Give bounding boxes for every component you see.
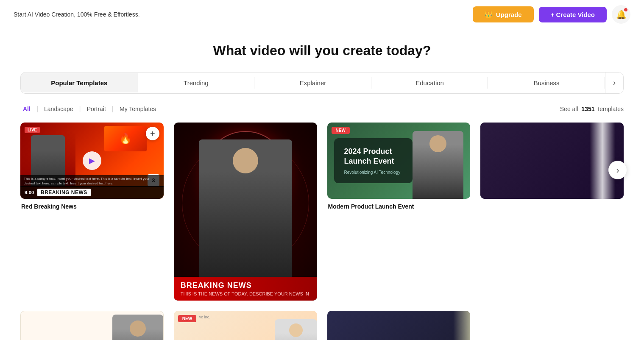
filter-my-templates[interactable]: My Templates: [117, 104, 159, 114]
card1-play-button[interactable]: ▶: [83, 151, 101, 170]
card3-new-badge: NEW: [332, 127, 350, 134]
card1-add-button[interactable]: +: [146, 127, 159, 140]
fire-icon: 🔥: [119, 133, 132, 145]
card-cultural-person-head: [130, 320, 146, 337]
page-title: What video will you create today?: [20, 43, 624, 59]
card-product-launch[interactable]: NEW 2024 Product Launch Event Revolution…: [327, 123, 471, 210]
card-brand-thumb: NEW vo inc. OurBrandStory: [174, 311, 317, 340]
card3-person-body: [413, 131, 463, 199]
filter-sep-3: |: [112, 105, 114, 113]
tabs-row: Popular Templates Trending Explainer Edu…: [20, 72, 624, 94]
card-brand-logo: vo inc.: [199, 315, 210, 319]
card-news-anchor[interactable]: BREAKING NEWS THIS IS THE NEWS OF TODAY.…: [174, 123, 317, 301]
notification-bell-button[interactable]: 🔔: [612, 5, 630, 24]
card3-person-head: [429, 135, 446, 152]
header-tagline: Start AI Video Creation, 100% Free & Eff…: [14, 11, 140, 18]
card3-thumb: NEW 2024 Product Launch Event Revolution…: [327, 123, 471, 199]
card-brand-person-body: [275, 319, 317, 340]
card-brand-new-badge: NEW: [178, 315, 196, 322]
card-cultural-person-body: [112, 315, 163, 340]
card-cultural-text-area: Cultural Sensitivity in Customer Service…: [21, 336, 99, 340]
filter-portrait[interactable]: Portrait: [84, 104, 109, 114]
header-actions: 👑 Upgrade + Create Video 🔔: [473, 5, 630, 24]
card2-subtitle: THIS IS THE NEWS OF TODAY. DESCRIBE YOUR…: [181, 291, 310, 296]
tab-business[interactable]: Business: [488, 73, 605, 92]
card-cultural-thumb: Cultural Sensitivity in Customer Service…: [20, 311, 164, 340]
filter-all[interactable]: All: [20, 104, 33, 114]
card1-small-image: 🔥: [104, 126, 147, 151]
card-partial-light: [453, 311, 470, 340]
card3-name: Modern Product Launch Event: [327, 203, 471, 210]
tab-explainer[interactable]: Explainer: [254, 73, 371, 92]
filter-landscape[interactable]: Landscape: [42, 104, 76, 114]
tabs-arrow-button[interactable]: ›: [605, 72, 623, 93]
tab-trending[interactable]: Trending: [138, 73, 255, 92]
header: Start AI Video Creation, 100% Free & Eff…: [0, 0, 644, 29]
tab-popular-templates[interactable]: Popular Templates: [21, 73, 138, 92]
card2-person-body: [199, 139, 292, 301]
templates-grid-top: LIVE 🔥 ▶ + 3 This is a sample text. Inse…: [20, 123, 624, 301]
card2-thumb: BREAKING NEWS THIS IS THE NEWS OF TODAY.…: [174, 123, 317, 301]
card1-breaking-label: BREAKING NEWS: [37, 189, 91, 196]
main-content: What video will you create today? Popula…: [0, 29, 644, 340]
filter-row: All | Landscape | Portrait | My Template…: [20, 104, 624, 114]
templates-grid-bottom: Cultural Sensitivity in Customer Service…: [20, 311, 624, 340]
card4-thumb: [480, 123, 624, 199]
filter-left: All | Landscape | Portrait | My Template…: [20, 104, 159, 114]
filter-sep-1: |: [36, 105, 38, 113]
upgrade-button[interactable]: 👑 Upgrade: [473, 6, 534, 22]
notification-badge: [624, 8, 628, 12]
card2-bottom-bar: BREAKING NEWS THIS IS THE NEWS OF TODAY.…: [174, 277, 317, 301]
card-partial-bottom-1[interactable]: Th...: [327, 311, 471, 340]
card-brand-story[interactable]: NEW vo inc. OurBrandStory: [174, 311, 317, 340]
card-partial[interactable]: [480, 123, 624, 210]
filter-sep-2: |: [79, 105, 81, 113]
card2-person-head: [233, 148, 258, 173]
card-partial-bottom-1-thumb: Th...: [327, 311, 471, 340]
scroll-right-button[interactable]: ›: [608, 161, 627, 179]
card3-event-sub: Revolutionizing AI Technology: [344, 170, 403, 175]
card3-content-box: 2024 Product Launch Event Revolutionizin…: [334, 138, 413, 183]
card1-name: Red Breaking News: [20, 203, 164, 210]
card1-breaking-bar: 9:00 BREAKING NEWS: [20, 186, 164, 199]
filter-right: See all 1351 templates: [560, 106, 624, 112]
tab-education[interactable]: Education: [371, 73, 488, 92]
card1-thumb: LIVE 🔥 ▶ + 3 This is a sample text. Inse…: [20, 123, 164, 199]
card2-breaking-label: BREAKING NEWS: [181, 281, 310, 290]
card4-light: [590, 123, 615, 199]
card3-event-title: 2024 Product Launch Event: [344, 147, 403, 167]
card-red-breaking-news[interactable]: LIVE 🔥 ▶ + 3 This is a sample text. Inse…: [20, 123, 164, 210]
card-brand-person-head: [289, 323, 303, 337]
card1-sample-text: This is a sample text. Insert your desir…: [20, 175, 164, 187]
crown-icon: 👑: [485, 11, 493, 18]
card1-time: 9:00: [25, 190, 34, 195]
create-video-button[interactable]: + Create Video: [539, 7, 607, 22]
card-cultural-sensitivity[interactable]: Cultural Sensitivity in Customer Service…: [20, 311, 164, 340]
card-empty: [480, 311, 624, 340]
